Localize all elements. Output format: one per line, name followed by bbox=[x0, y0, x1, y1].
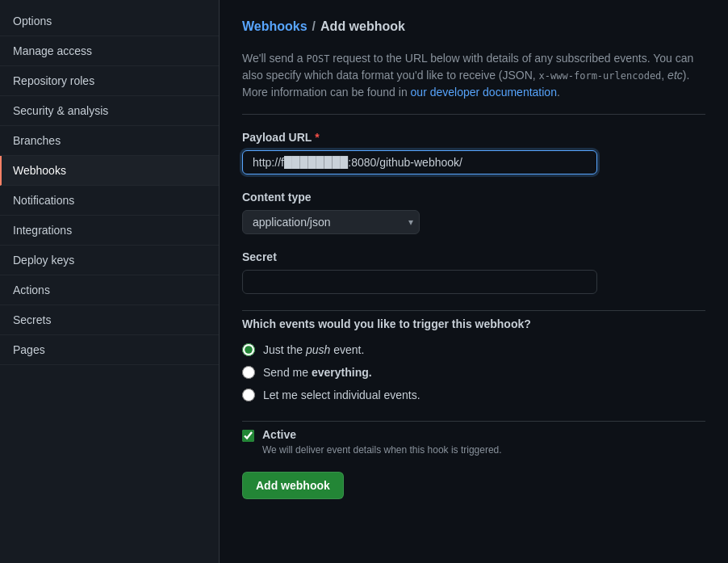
secret-group: Secret bbox=[242, 250, 705, 294]
secret-label: Secret bbox=[242, 250, 705, 263]
sidebar-item-deploy-keys[interactable]: Deploy keys bbox=[0, 246, 219, 275]
sidebar-item-branches[interactable]: Branches bbox=[0, 126, 219, 156]
radio-everything-input[interactable] bbox=[242, 366, 255, 379]
required-indicator: * bbox=[315, 131, 319, 144]
content-type-label: Content type bbox=[242, 191, 705, 204]
events-heading: Which events would you like to trigger t… bbox=[242, 310, 705, 330]
active-text-group: Active We will deliver event details whe… bbox=[262, 428, 502, 456]
sidebar-item-manage-access[interactable]: Manage access bbox=[0, 36, 219, 66]
sidebar-item-pages[interactable]: Pages bbox=[0, 335, 219, 365]
breadcrumb-link[interactable]: Webhooks bbox=[242, 19, 308, 34]
radio-just-push-label: Just the push event. bbox=[263, 343, 364, 356]
radio-everything[interactable]: Send me everything. bbox=[242, 366, 705, 379]
sidebar-item-webhooks[interactable]: Webhooks bbox=[0, 156, 219, 186]
radio-individual[interactable]: Let me select individual events. bbox=[242, 389, 705, 401]
radio-just-push[interactable]: Just the push event. bbox=[242, 343, 705, 356]
content-type-select[interactable]: application/jsonapplication/x-www-form-u… bbox=[242, 210, 420, 234]
breadcrumb-current: Add webhook bbox=[320, 19, 405, 34]
active-label: Active bbox=[262, 428, 502, 441]
content-type-group: Content type application/jsonapplication… bbox=[242, 191, 705, 234]
radio-just-push-input[interactable] bbox=[242, 343, 255, 356]
events-radio-group: Just the push event. Send me everything.… bbox=[242, 343, 705, 401]
sidebar-item-secrets[interactable]: Secrets bbox=[0, 305, 219, 335]
developer-docs-link[interactable]: our developer documentation bbox=[411, 86, 557, 99]
sidebar-item-options[interactable]: Options bbox=[0, 6, 219, 36]
add-webhook-button[interactable]: Add webhook bbox=[242, 472, 344, 499]
sidebar-item-actions[interactable]: Actions bbox=[0, 275, 219, 305]
payload-url-label: Payload URL * bbox=[242, 131, 705, 144]
active-checkbox[interactable] bbox=[242, 430, 254, 442]
payload-url-group: Payload URL * bbox=[242, 131, 705, 174]
breadcrumb-separator: / bbox=[312, 19, 316, 34]
active-section: Active We will deliver event details whe… bbox=[242, 421, 705, 456]
sidebar-item-security-analysis[interactable]: Security & analysis bbox=[0, 96, 219, 126]
sidebar: OptionsManage accessRepository rolesSecu… bbox=[0, 0, 220, 563]
radio-everything-label: Send me everything. bbox=[263, 366, 372, 379]
active-description: We will deliver event details when this … bbox=[262, 444, 502, 456]
sidebar-item-repository-roles[interactable]: Repository roles bbox=[0, 66, 219, 96]
sidebar-item-notifications[interactable]: Notifications bbox=[0, 186, 219, 216]
breadcrumb: Webhooks / Add webhook bbox=[242, 19, 705, 34]
content-type-select-wrapper: application/jsonapplication/x-www-form-u… bbox=[242, 210, 420, 234]
payload-url-input[interactable] bbox=[242, 150, 597, 174]
description-text: We'll send a POST request to the URL bel… bbox=[242, 50, 705, 115]
radio-individual-label: Let me select individual events. bbox=[263, 389, 420, 401]
radio-individual-input[interactable] bbox=[242, 389, 255, 401]
main-content: Webhooks / Add webhook We'll send a POST… bbox=[220, 0, 728, 563]
secret-input[interactable] bbox=[242, 270, 597, 294]
sidebar-item-integrations[interactable]: Integrations bbox=[0, 216, 219, 246]
